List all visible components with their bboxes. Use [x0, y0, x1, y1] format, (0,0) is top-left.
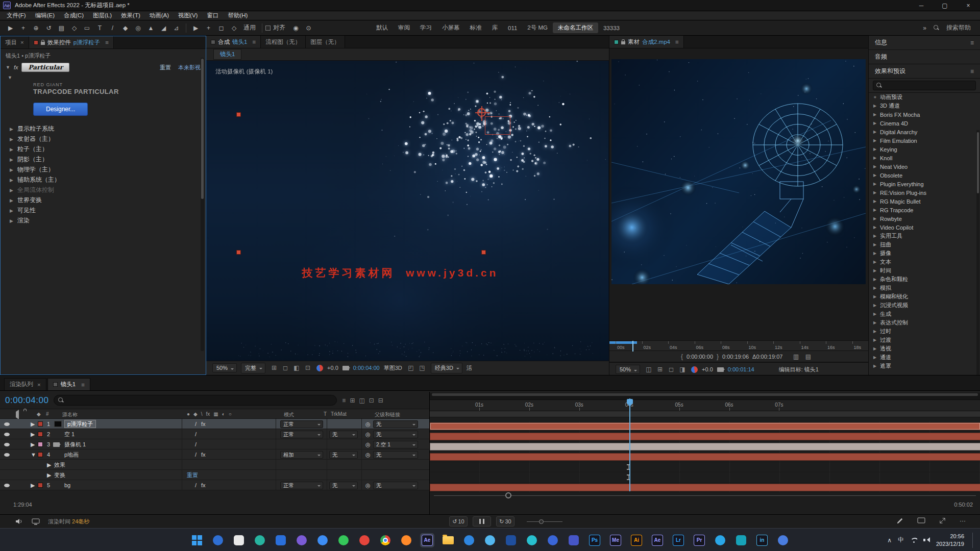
category-row[interactable]: ▶Digital Anarchy	[869, 128, 980, 136]
channel-icon[interactable]	[691, 366, 698, 373]
star-icon[interactable]: ∗	[873, 95, 877, 99]
layer-duration-bar[interactable]	[430, 453, 980, 461]
layer-handle[interactable]	[236, 112, 241, 117]
category-row[interactable]: ∗动画预设	[869, 93, 980, 102]
draft-pencil-icon[interactable]	[896, 517, 904, 524]
expander-icon[interactable]: ▶	[873, 242, 877, 247]
quality-switch[interactable]: /	[195, 429, 197, 439]
snap-checkbox[interactable]	[265, 26, 271, 31]
zoom-slider-track[interactable]	[434, 495, 976, 496]
group-effects-label[interactable]: 效果	[54, 460, 65, 470]
track-row[interactable]	[430, 452, 980, 462]
trkmat-select[interactable]: 无	[329, 449, 358, 460]
trkmat-select[interactable]: 无	[329, 429, 358, 439]
blend-mode-select[interactable]: 相加	[280, 449, 323, 460]
composition-viewport[interactable]: 活动摄像机 (摄像机 1) 技艺学习素材网 www.jy3d.cn	[206, 61, 609, 361]
parent-select[interactable]: 无	[373, 449, 418, 460]
category-row[interactable]: ▶Film Emulation	[869, 136, 980, 145]
close-tab-icon[interactable]: ×	[20, 39, 24, 45]
workspace-tab[interactable]: 未命名工作区	[553, 22, 598, 33]
set-in-icon[interactable]: {	[681, 353, 683, 360]
expander-icon[interactable]: ▶	[10, 127, 13, 132]
effect-group-row[interactable]: ▶物理学（主）	[1, 165, 206, 175]
category-row[interactable]: ▶过时	[869, 327, 980, 336]
expander-icon[interactable]: ▶	[873, 260, 877, 264]
tab-footage[interactable]: 素材 合成2.mp4 ≡	[609, 36, 684, 48]
menu-item[interactable]: 文件(F)	[2, 12, 31, 19]
zoom-select[interactable]: 50%	[212, 363, 237, 372]
expander-icon[interactable]: ▶	[873, 199, 877, 204]
tool-icon[interactable]: ▶	[4, 22, 17, 34]
layer-name[interactable]: bg	[64, 480, 70, 490]
expander-icon[interactable]: ▶	[31, 419, 35, 429]
fx-switch[interactable]: fx	[201, 419, 206, 429]
layer-subgroup-row[interactable]: ▶效果	[0, 460, 429, 470]
pause-button[interactable]	[473, 516, 491, 527]
designer-button[interactable]: Designer...	[33, 103, 88, 116]
mask-shape-icon[interactable]: ▶	[189, 22, 202, 34]
taskbar-app-icon[interactable]	[713, 533, 727, 547]
layer-row[interactable]: ▶5bg/fx正常无◎无	[0, 480, 429, 490]
category-row[interactable]: ▶Obsolete	[869, 171, 980, 180]
maximize-button[interactable]: ▢	[933, 0, 957, 11]
timeline-toggle-icon[interactable]: ⊡	[369, 397, 374, 404]
expander-icon[interactable]: ▶	[873, 251, 877, 256]
tool-icon[interactable]: ▭	[81, 22, 93, 34]
parent-link-column-label[interactable]: 父级和链接	[375, 411, 400, 418]
trkmat-column-label[interactable]: TrkMat	[331, 411, 347, 417]
category-row[interactable]: ▶Knoll	[869, 154, 980, 162]
expander-icon[interactable]: ▶	[873, 173, 877, 178]
taskbar-app-icon[interactable]	[546, 533, 560, 547]
help-search-label[interactable]: 搜索帮助	[946, 23, 971, 32]
timeline-toggle-icon[interactable]: ≡	[342, 397, 346, 404]
lock-icon[interactable]	[41, 42, 45, 45]
expander-icon[interactable]: ▶	[873, 190, 877, 195]
layer-name[interactable]: p地画	[64, 449, 79, 460]
category-row[interactable]: ▶Rowbyte	[869, 214, 980, 223]
layer-duration-bar[interactable]	[430, 433, 980, 440]
panel-menu-icon[interactable]: ≡	[970, 39, 974, 46]
taskbar-app-icon[interactable]: Pr	[692, 533, 706, 547]
effect-name[interactable]: Particular	[21, 63, 69, 72]
tool-icon[interactable]: /	[106, 22, 119, 34]
taskbar-app-icon[interactable]	[315, 533, 330, 547]
category-row[interactable]: ▶遮罩	[869, 362, 980, 370]
visibility-toggle[interactable]	[4, 480, 10, 490]
workspace-tab[interactable]: 审阅	[393, 22, 415, 33]
channel-icon[interactable]	[316, 365, 323, 371]
tab-composition[interactable]: 合成 镜头1 ≡	[206, 36, 261, 48]
track-row[interactable]	[430, 421, 980, 432]
tool-icon[interactable]: ↺	[42, 22, 55, 34]
expander-icon[interactable]: ▶	[873, 234, 877, 238]
tab-timeline-comp[interactable]: 镜头1 ≡	[47, 378, 90, 390]
menu-item[interactable]: 合成(C)	[59, 12, 88, 19]
effect-group-row[interactable]: ▶发射器（主）	[1, 134, 206, 144]
category-row[interactable]: ▶RE:Vision Plug-ins	[869, 188, 980, 197]
label-color-chip[interactable]	[38, 449, 43, 460]
tab-effect-controls[interactable]: 效果控件 p漂浮粒子 ≡	[29, 36, 114, 48]
expander-icon[interactable]: ▼	[31, 449, 36, 460]
expander-icon[interactable]: ▶	[873, 112, 877, 117]
menu-item[interactable]: 视图(V)	[174, 12, 202, 19]
network-icon[interactable]	[910, 538, 917, 543]
visibility-toggle[interactable]	[4, 439, 10, 449]
expander-icon[interactable]: ▶	[10, 157, 13, 162]
snap-icon[interactable]: ◉	[289, 22, 302, 34]
expander-icon[interactable]: ▶	[10, 147, 13, 152]
category-row[interactable]: ▶表达式控制	[869, 318, 980, 327]
effect-group-row[interactable]: ▶全局流体控制	[1, 185, 206, 195]
group-transform-label[interactable]: 变换	[54, 470, 65, 480]
comp-timecode[interactable]: 0:00:04:00	[353, 365, 380, 371]
expander-icon[interactable]: ▶	[873, 156, 877, 160]
category-row[interactable]: ▶模拟	[869, 284, 980, 292]
category-row[interactable]: ▶摄像	[869, 249, 980, 258]
mode-column-label[interactable]: 模式	[284, 411, 294, 418]
category-row[interactable]: ▶RG Magic Bullet	[869, 197, 980, 206]
visibility-toggle[interactable]	[4, 419, 10, 429]
resize-panel-icon[interactable]	[939, 517, 946, 524]
workspace-tab[interactable]: 011	[503, 23, 522, 33]
set-out-icon[interactable]: }	[717, 353, 719, 360]
taskbar-app-icon[interactable]	[399, 533, 413, 547]
taskbar-app-icon[interactable]	[734, 533, 748, 547]
tab-layer[interactable]: 图层（无）	[306, 36, 345, 48]
